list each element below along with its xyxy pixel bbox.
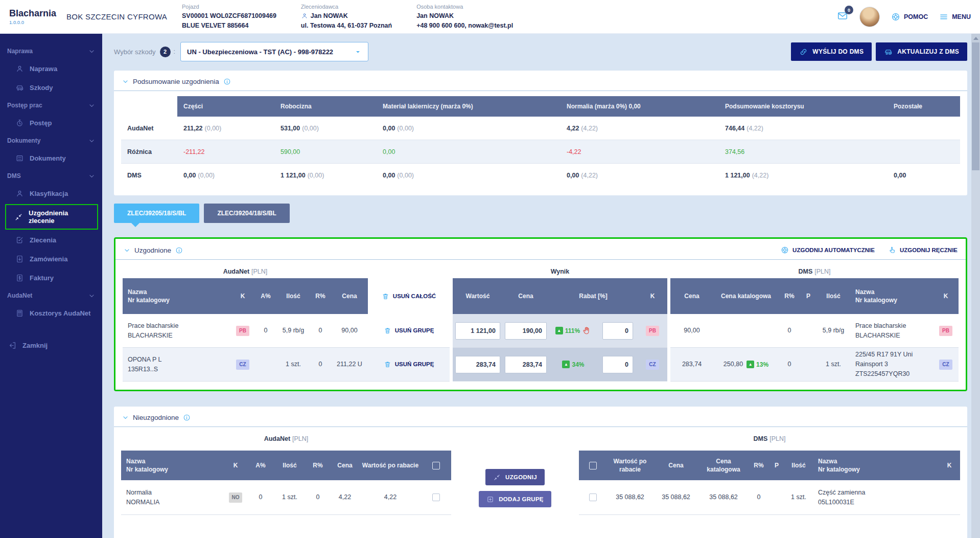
agree-button[interactable]: UZGODNIJ bbox=[485, 469, 545, 485]
mail-button[interactable]: 0 bbox=[837, 10, 848, 23]
divider bbox=[114, 427, 967, 427]
add-group-button[interactable]: DODAJ GRUPĘ bbox=[479, 491, 551, 507]
price-increase-badge: ▲34% bbox=[562, 360, 584, 369]
help-label: POMOC bbox=[904, 13, 928, 20]
info-icon[interactable] bbox=[175, 246, 183, 254]
select-all-checkbox[interactable] bbox=[432, 462, 440, 469]
agreed-section-highlight: Uzgodnione UZGODNIJ AUTOMATYCZNIE UZGODN… bbox=[114, 237, 967, 391]
sidebar-item-faktury[interactable]: Faktury bbox=[0, 268, 102, 287]
chevron-down-icon[interactable] bbox=[122, 414, 129, 421]
chevron-down-icon[interactable] bbox=[122, 78, 129, 85]
select-all-checkbox[interactable] bbox=[589, 462, 597, 469]
sidebar-item-zamowienia[interactable]: Zamówienia bbox=[0, 250, 102, 268]
contact-phone-email: +48 900 600 600, nowak@test.pl bbox=[416, 21, 513, 31]
chevron-down-icon bbox=[88, 48, 95, 55]
tab-zlec-39205[interactable]: ZLEC/39205/18/S/BL bbox=[114, 204, 199, 223]
agree-automatically-link[interactable]: UZGODNIJ AUTOMATYCZNIE bbox=[781, 246, 875, 254]
tab-zlec-39204[interactable]: ZLEC/39204/18/S/BL bbox=[204, 204, 289, 223]
menu-button[interactable]: MENU bbox=[939, 12, 971, 21]
send-to-dms-button[interactable]: WYŚLIJ DO DMS bbox=[791, 42, 872, 61]
sidebar-item-dokumenty[interactable]: Dokumenty bbox=[0, 149, 102, 168]
unagreed-title: Nieuzgodnione bbox=[133, 414, 179, 421]
agreed-row-audanet-1: Prace blacharskieBLACHARSKIE PB 0 5,9 rb… bbox=[123, 314, 450, 348]
top-header: Blacharnia 1.0.0.0 BOK SZCZECIN CYFROWA … bbox=[0, 0, 980, 34]
sidebar-section-dokumenty[interactable]: Dokumenty bbox=[0, 132, 102, 149]
remove-group-button[interactable]: USUŃ GRUPĘ bbox=[368, 360, 450, 369]
damage-select[interactable]: UN - Ubezpieczeniowa - TST (AC) - 998-97… bbox=[180, 42, 368, 61]
order-edit-icon bbox=[15, 236, 24, 244]
scrollbar-thumb[interactable] bbox=[972, 42, 979, 170]
summary-table: Części Robocizna Materiał lakierniczy (m… bbox=[121, 96, 960, 187]
category-badge: PB bbox=[646, 326, 659, 336]
invoice-icon bbox=[15, 274, 24, 282]
row-checkbox[interactable] bbox=[432, 494, 440, 501]
manual-agree-icon bbox=[888, 246, 896, 254]
col-nazwa: NazwaNr katalogowy bbox=[121, 451, 223, 480]
category-badge: NO bbox=[229, 492, 242, 503]
cena-input[interactable] bbox=[505, 356, 547, 373]
sidebar-item-uzgodnienia-zlecenie[interactable]: Uzgodnienia zlecenie bbox=[5, 204, 98, 230]
chevron-down-icon[interactable] bbox=[124, 247, 130, 254]
user-icon bbox=[15, 189, 24, 198]
category-badge: PB bbox=[939, 326, 952, 336]
link-icon bbox=[799, 48, 808, 56]
sidebar-section-audanet[interactable]: AudaNet bbox=[0, 287, 102, 304]
divider bbox=[114, 91, 967, 91]
unagreed-row-audanet-1: NormaliaNORMALIA NO 0 1 szt. 0 4,22 4,22 bbox=[121, 480, 451, 515]
sidebar-section-naprawa[interactable]: Naprawa bbox=[0, 43, 102, 59]
help-button[interactable]: POMOC bbox=[891, 12, 928, 21]
menu-label: MENU bbox=[952, 13, 971, 20]
sidebar-item-zlecenia[interactable]: Zlecenia bbox=[0, 231, 102, 250]
logo-version: 1.0.0.0 bbox=[9, 19, 56, 25]
summary-title: Podsumowanie uzgodnienia bbox=[133, 78, 219, 85]
stopwatch-icon bbox=[15, 119, 24, 127]
info-icon[interactable] bbox=[223, 78, 231, 85]
rabat-input[interactable] bbox=[602, 322, 633, 340]
mail-count-badge: 0 bbox=[845, 6, 853, 14]
remove-all-button[interactable]: USUŃ CAŁOŚĆ bbox=[368, 278, 450, 314]
agreement-connector-icon bbox=[493, 474, 501, 481]
stop-hand-icon bbox=[582, 326, 591, 335]
row-checkbox[interactable] bbox=[589, 494, 597, 501]
scroll-up-arrow[interactable] bbox=[971, 34, 980, 42]
info-icon[interactable] bbox=[183, 414, 191, 421]
user-avatar[interactable] bbox=[859, 7, 880, 27]
damage-select-value: UN - Ubezpieczeniowa - TST (AC) - 998-97… bbox=[187, 48, 333, 56]
category-badge: CZ bbox=[939, 360, 952, 370]
agreed-row-dms-2: 283,74 250,80 ▲13% 0 1 szt. 225/45 R17 9… bbox=[670, 348, 959, 382]
sidebar-item-zamknij[interactable]: Zamknij bbox=[0, 336, 102, 355]
wartosc-input[interactable] bbox=[455, 322, 500, 340]
remove-group-button[interactable]: USUŃ GRUPĘ bbox=[368, 326, 450, 335]
agreed-table: NazwaNr katalogowy K A% Ilość R% Cena US… bbox=[123, 278, 959, 382]
sidebar-item-postep[interactable]: Postęp bbox=[0, 114, 102, 132]
sidebar-section-postep-prac[interactable]: Postęp prac bbox=[0, 97, 102, 114]
agreed-row-wynik-2: ▲34% CZ bbox=[453, 348, 667, 382]
audanet-group-title: AudaNet[PLN] bbox=[123, 265, 368, 278]
sidebar-item-klasyfikacja[interactable]: Klasyfikacja bbox=[0, 184, 102, 203]
vertical-scrollbar[interactable] bbox=[971, 34, 980, 538]
unagreed-card: Nieuzgodnione AudaNet[PLN] DMS[PLN] Nazw… bbox=[114, 407, 967, 538]
dms-group-title: DMS[PLN] bbox=[579, 432, 960, 445]
col-podsumowanie: Podsumowanie kosztorysu bbox=[719, 96, 888, 117]
add-group-icon bbox=[486, 496, 494, 503]
wynik-group-title: Wynik bbox=[450, 265, 670, 278]
agree-manually-link[interactable]: UZGODNIJ RĘCZNIE bbox=[888, 246, 958, 254]
rabat-input[interactable] bbox=[602, 356, 633, 373]
unagreed-row-dms-1: 35 088,62 35 088,62 35 088,62 0 1 szt. C… bbox=[579, 480, 960, 515]
vehicle-vin: SV00001 WOL0ZCF6871009469 bbox=[182, 11, 276, 21]
cena-input[interactable] bbox=[505, 322, 547, 340]
client-info: Zleceniodawca Jan NOWAK ul. Testowa 44, … bbox=[301, 3, 392, 31]
document-icon bbox=[15, 154, 24, 163]
wartosc-input[interactable] bbox=[455, 356, 500, 373]
sidebar-item-szkody[interactable]: Szkody bbox=[0, 78, 102, 97]
audanet-group-title: AudaNet[PLN] bbox=[121, 432, 451, 445]
sidebar-section-dms[interactable]: DMS bbox=[0, 168, 102, 184]
vehicle-name: BLUE VELVET 885664 bbox=[182, 21, 276, 31]
sidebar-item-kosztorys-audanet[interactable]: Kosztorys AudaNet bbox=[0, 304, 102, 323]
dms-group-title: DMS[PLN] bbox=[670, 265, 959, 278]
update-from-dms-button[interactable]: AKTUALIZUJ Z DMS bbox=[876, 42, 967, 61]
sidebar-item-naprawa[interactable]: Naprawa bbox=[0, 59, 102, 78]
client-label: Zleceniodawca bbox=[301, 3, 392, 11]
col-pozostale: Pozostałe bbox=[888, 96, 960, 117]
col-nazwa: NazwaNr katalogowy bbox=[123, 278, 231, 314]
